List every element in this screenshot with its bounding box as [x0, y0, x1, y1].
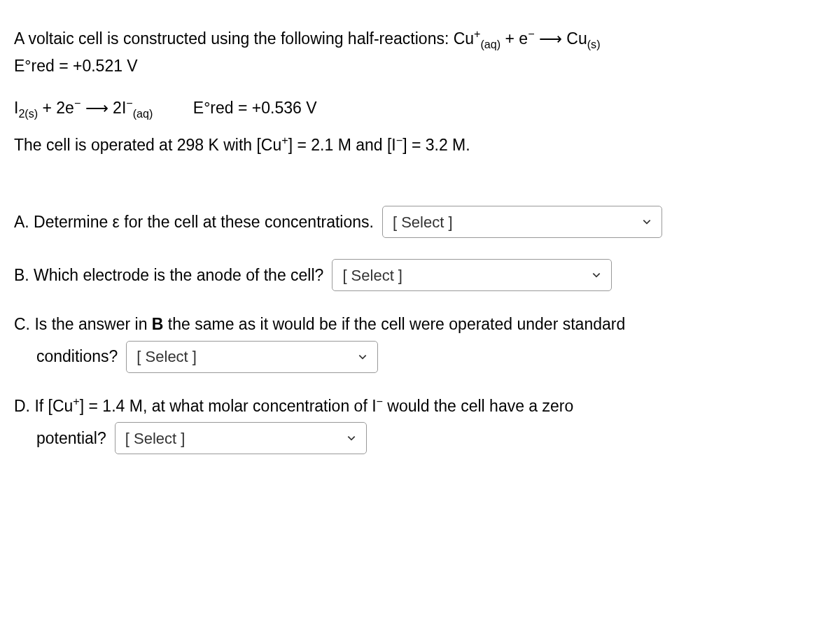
- intro-arrow: ⟶ Cu: [535, 29, 587, 48]
- qc-text-2: conditions?: [36, 344, 118, 369]
- qd-sup-1: +: [73, 395, 79, 407]
- intro-text-1: A voltaic cell is constructed using the …: [14, 29, 474, 48]
- intro-text-2: + e: [500, 29, 528, 48]
- qd-select-label: [ Select ]: [125, 427, 186, 450]
- chevron-down-icon: [592, 270, 601, 280]
- r2-sup-1: −: [74, 97, 80, 109]
- qc-text-1: C. Is the answer in: [14, 315, 152, 333]
- qb-text: B. Which electrode is the anode of the c…: [14, 263, 323, 288]
- cond-text-3: ] = 3.2 M.: [402, 136, 470, 154]
- qc-bold: B: [152, 315, 164, 333]
- r2-ered: E°red = +0.536 V: [193, 99, 317, 117]
- ered-1: E°red = +0.521 V: [14, 54, 826, 78]
- qa-select-label: [ Select ]: [393, 211, 453, 234]
- ered-1-text: E°red = +0.521 V: [14, 57, 138, 75]
- qd-text-2: ] = 1.4 M, at what molar concentration o…: [80, 397, 377, 415]
- conditions: The cell is operated at 298 K with [Cu+]…: [14, 133, 826, 157]
- qb-select-label: [ Select ]: [342, 264, 402, 287]
- r2-arrow: ⟶ 2I: [80, 99, 126, 117]
- qc-select[interactable]: [ Select ]: [126, 341, 378, 373]
- question-d-line1: D. If [Cu+] = 1.4 M, at what molar conce…: [14, 394, 826, 419]
- r2-sup-2: −: [126, 97, 132, 109]
- cond-sup-2: −: [396, 134, 402, 146]
- reaction-2: I2(s) + 2e− ⟶ 2I−(aq) E°red = +0.536 V: [14, 96, 826, 120]
- intro-sup-2: −: [528, 27, 534, 40]
- r2-sub-1: 2(s): [18, 107, 38, 120]
- intro-sup-1: +: [474, 27, 480, 40]
- qd-select[interactable]: [ Select ]: [115, 422, 367, 454]
- cond-text-1: The cell is operated at 298 K with [Cu: [14, 136, 281, 154]
- qb-select[interactable]: [ Select ]: [332, 259, 612, 291]
- qd-text-3: would the cell have a zero: [383, 397, 573, 415]
- question-d-line2: potential? [ Select ]: [14, 422, 826, 454]
- question-c-line1: C. Is the answer in B the same as it wou…: [14, 312, 826, 337]
- question-c-line2: conditions? [ Select ]: [14, 341, 826, 373]
- intro-sub-2: (s): [587, 38, 601, 50]
- chevron-down-icon: [642, 217, 652, 227]
- qa-text: A. Determine ε for the cell at these con…: [14, 210, 374, 234]
- qd-text-1: D. If [Cu: [14, 397, 73, 415]
- question-a: A. Determine ε for the cell at these con…: [14, 206, 826, 238]
- cond-sup-1: +: [281, 134, 288, 146]
- chevron-down-icon: [346, 433, 356, 443]
- qd-sup-2: −: [377, 395, 383, 407]
- chevron-down-icon: [358, 352, 368, 362]
- problem-intro: A voltaic cell is constructed using the …: [14, 27, 826, 51]
- r2-text-2: + 2e: [38, 99, 74, 117]
- qc-text-1b: the same as it would be if the cell were…: [163, 315, 625, 333]
- r2-spacer: [153, 99, 193, 117]
- cond-text-2: ] = 2.1 M and [I: [288, 136, 396, 154]
- qa-select[interactable]: [ Select ]: [382, 206, 662, 238]
- qd-line2-text: potential?: [36, 426, 106, 451]
- r2-sub-2: (aq): [133, 107, 153, 120]
- qc-select-label: [ Select ]: [136, 345, 197, 368]
- question-b: B. Which electrode is the anode of the c…: [14, 259, 826, 291]
- intro-sub-1: (aq): [481, 38, 501, 50]
